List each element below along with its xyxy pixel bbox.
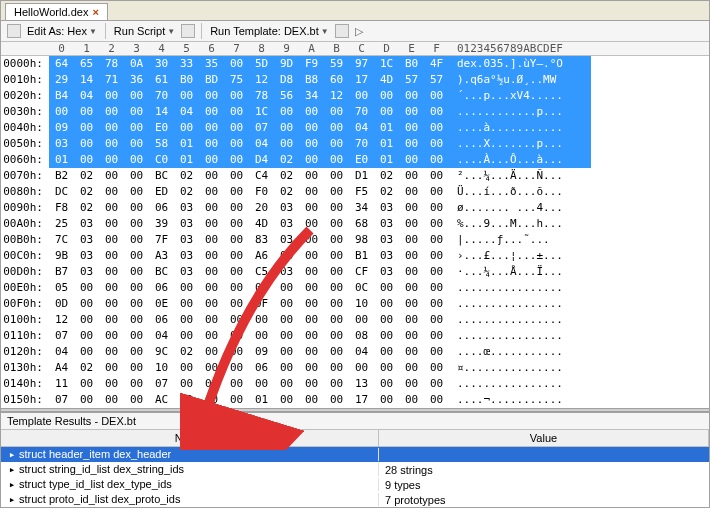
hex-byte[interactable]: 00: [199, 328, 224, 344]
hex-byte[interactable]: 00: [299, 392, 324, 408]
hex-byte[interactable]: 00: [199, 312, 224, 328]
hex-byte[interactable]: 05: [49, 280, 74, 296]
hex-view[interactable]: 0000h:6465780A303335005D9DF959971CB04Fde…: [1, 56, 709, 408]
hex-byte[interactable]: 00: [224, 184, 249, 200]
hex-byte[interactable]: 00: [424, 88, 449, 104]
hex-byte[interactable]: 00: [324, 200, 349, 216]
hex-byte[interactable]: 00: [99, 328, 124, 344]
hex-byte[interactable]: E0: [149, 120, 174, 136]
hex-row[interactable]: 00E0h:05000000060000000B0000000C000000..…: [1, 280, 709, 296]
hex-byte[interactable]: 00: [74, 392, 99, 408]
hex-byte[interactable]: 00: [199, 168, 224, 184]
hex-byte[interactable]: 00: [49, 104, 74, 120]
hex-byte[interactable]: 4D: [249, 216, 274, 232]
hex-byte[interactable]: 03: [374, 216, 399, 232]
hex-byte[interactable]: 00: [274, 376, 299, 392]
hex-byte[interactable]: 03: [174, 264, 199, 280]
hex-byte[interactable]: 00: [324, 344, 349, 360]
hex-byte[interactable]: 5D: [249, 56, 274, 72]
hex-byte[interactable]: 00: [199, 152, 224, 168]
hex-byte[interactable]: 00: [274, 312, 299, 328]
col-name-header[interactable]: Name: [1, 430, 379, 446]
hex-byte[interactable]: 00: [124, 392, 149, 408]
hex-byte[interactable]: 00: [349, 360, 374, 376]
hex-byte[interactable]: 03: [374, 200, 399, 216]
hex-byte[interactable]: 00: [324, 296, 349, 312]
hex-byte[interactable]: 00: [424, 200, 449, 216]
hex-byte[interactable]: 00: [299, 312, 324, 328]
hex-byte[interactable]: B4: [49, 88, 74, 104]
hex-byte[interactable]: 35: [199, 56, 224, 72]
hex-byte[interactable]: 00: [99, 264, 124, 280]
hex-byte[interactable]: 06: [149, 200, 174, 216]
hex-byte[interactable]: 03: [274, 248, 299, 264]
hex-byte[interactable]: 03: [374, 248, 399, 264]
hex-byte[interactable]: A6: [249, 248, 274, 264]
hex-byte[interactable]: 00: [74, 152, 99, 168]
hex-byte[interactable]: 00: [224, 248, 249, 264]
hex-byte[interactable]: B0: [174, 72, 199, 88]
hex-byte[interactable]: 00: [224, 280, 249, 296]
hex-byte[interactable]: 0C: [349, 280, 374, 296]
hex-byte[interactable]: 00: [299, 120, 324, 136]
hex-byte[interactable]: 06: [249, 360, 274, 376]
hex-byte[interactable]: 07: [249, 120, 274, 136]
hex-byte[interactable]: 00: [424, 120, 449, 136]
hex-row[interactable]: 00A0h:25030000390300004D03000068030000%.…: [1, 216, 709, 232]
hex-byte[interactable]: 00: [399, 136, 424, 152]
hex-byte[interactable]: 00: [324, 232, 349, 248]
hex-byte[interactable]: 1C: [374, 56, 399, 72]
hex-byte[interactable]: 00: [424, 344, 449, 360]
hex-byte[interactable]: 36: [124, 72, 149, 88]
hex-byte[interactable]: 00: [224, 344, 249, 360]
hex-byte[interactable]: 00: [99, 152, 124, 168]
hex-byte[interactable]: 00: [224, 264, 249, 280]
hex-byte[interactable]: 00: [299, 376, 324, 392]
hex-byte[interactable]: 02: [374, 184, 399, 200]
hex-byte[interactable]: 03: [49, 136, 74, 152]
expand-icon[interactable]: ▸: [7, 478, 17, 491]
hex-byte[interactable]: 00: [399, 376, 424, 392]
hex-byte[interactable]: 02: [374, 168, 399, 184]
hex-row[interactable]: 0010h:2914713661B0BD7512D8B860174D5757).…: [1, 72, 709, 88]
hex-row[interactable]: 0040h:09000000E00000000700000004010000..…: [1, 120, 709, 136]
hex-byte[interactable]: 00: [174, 376, 199, 392]
hex-byte[interactable]: 00: [199, 136, 224, 152]
hex-byte[interactable]: 00: [299, 232, 324, 248]
expand-icon[interactable]: ▸: [7, 493, 17, 506]
hex-byte[interactable]: 00: [299, 264, 324, 280]
hex-byte[interactable]: 97: [349, 56, 374, 72]
hex-byte[interactable]: 00: [424, 296, 449, 312]
hex-byte[interactable]: 09: [49, 120, 74, 136]
hex-byte[interactable]: 02: [274, 184, 299, 200]
hex-byte[interactable]: C0: [149, 152, 174, 168]
hex-byte[interactable]: 7F: [149, 232, 174, 248]
hex-byte[interactable]: 00: [424, 216, 449, 232]
hex-byte[interactable]: 00: [299, 248, 324, 264]
hex-byte[interactable]: 02: [174, 168, 199, 184]
hex-byte[interactable]: 00: [249, 376, 274, 392]
hex-byte[interactable]: 00: [399, 392, 424, 408]
hex-byte[interactable]: E0: [349, 152, 374, 168]
hex-byte[interactable]: 00: [274, 344, 299, 360]
hex-byte[interactable]: 06: [149, 312, 174, 328]
hex-byte[interactable]: 00: [349, 88, 374, 104]
hex-byte[interactable]: 00: [424, 104, 449, 120]
hex-byte[interactable]: 12: [49, 312, 74, 328]
hex-byte[interactable]: 00: [174, 296, 199, 312]
hex-byte[interactable]: 00: [224, 152, 249, 168]
template-row[interactable]: ▸struct type_id_list dex_type_ids9 types: [1, 477, 709, 492]
hex-byte[interactable]: 00: [399, 184, 424, 200]
hex-byte[interactable]: 00: [74, 328, 99, 344]
hex-byte[interactable]: 00: [224, 232, 249, 248]
hex-byte[interactable]: 04: [349, 344, 374, 360]
hex-byte[interactable]: 00: [124, 168, 149, 184]
hex-byte[interactable]: 70: [349, 104, 374, 120]
hex-byte[interactable]: DC: [49, 184, 74, 200]
close-icon[interactable]: ×: [92, 6, 98, 18]
hex-byte[interactable]: 00: [99, 344, 124, 360]
hex-byte[interactable]: 34: [299, 88, 324, 104]
hex-byte[interactable]: 03: [274, 200, 299, 216]
template-row[interactable]: ▸struct string_id_list dex_string_ids28 …: [1, 462, 709, 477]
hex-byte[interactable]: 00: [99, 312, 124, 328]
